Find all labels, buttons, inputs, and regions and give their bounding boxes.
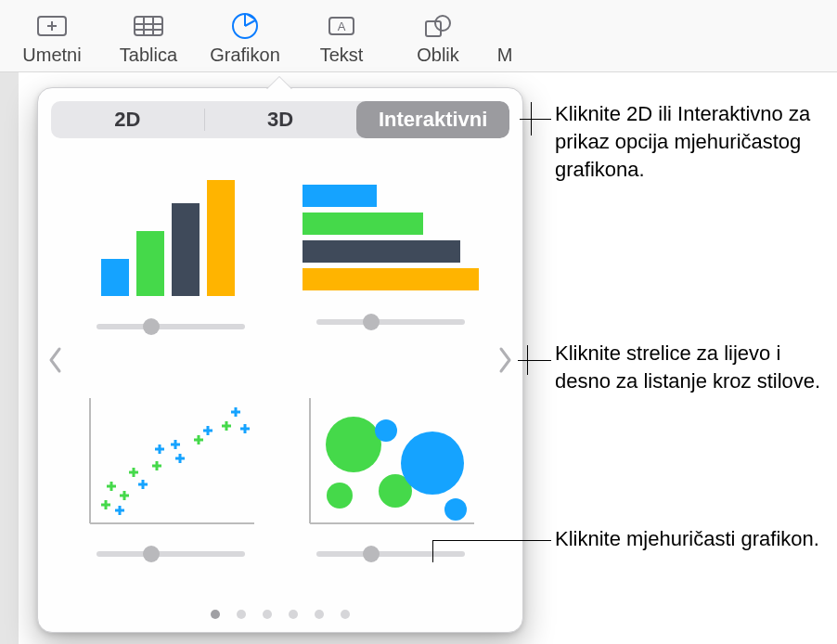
column-chart-icon xyxy=(92,175,250,305)
svg-rect-15 xyxy=(101,259,129,296)
toolbar-shape-button[interactable]: Oblik xyxy=(390,6,486,71)
callout-tick xyxy=(531,102,532,119)
toolbar-text-button[interactable]: A Tekst xyxy=(293,6,390,71)
callout-line xyxy=(432,540,551,541)
svg-rect-18 xyxy=(207,180,235,296)
shape-icon xyxy=(390,9,486,43)
page-dot[interactable] xyxy=(289,610,298,619)
callout-arrows: Kliknite strelice za lijevo i desno za l… xyxy=(555,340,833,395)
bubble-chart-icon xyxy=(303,393,479,533)
page-dot[interactable] xyxy=(315,610,324,619)
toolbar-table-label: Tablica xyxy=(100,45,197,66)
chart-option-scatter[interactable] xyxy=(83,393,259,562)
chevron-right-icon xyxy=(496,346,513,374)
svg-rect-17 xyxy=(172,203,200,296)
page-dot[interactable] xyxy=(341,610,350,619)
callout-line xyxy=(518,360,551,361)
page-dot[interactable] xyxy=(237,610,246,619)
document-margin xyxy=(0,72,19,644)
toolbar-table-button[interactable]: Tablica xyxy=(100,6,197,71)
tab-2d[interactable]: 2D xyxy=(51,101,204,138)
page-dot[interactable] xyxy=(211,610,220,619)
chart-type-segmented: 2D 3D Interaktivni xyxy=(51,101,509,138)
callout-tick xyxy=(531,119,532,135)
table-icon xyxy=(100,9,197,43)
svg-point-57 xyxy=(326,417,381,472)
callout-line xyxy=(432,540,433,562)
chart-slider[interactable] xyxy=(97,318,245,335)
chart-option-column[interactable] xyxy=(92,175,250,335)
popover-arrow xyxy=(266,77,292,90)
svg-text:A: A xyxy=(338,19,346,33)
tab-3d[interactable]: 3D xyxy=(204,101,357,138)
svg-point-14 xyxy=(435,16,450,31)
svg-point-62 xyxy=(444,498,467,521)
callout-segmented: Kliknite 2D ili Interaktivno za prikaz o… xyxy=(555,100,833,184)
page-dot[interactable] xyxy=(263,610,272,619)
svg-rect-3 xyxy=(135,17,162,35)
pie-chart-icon xyxy=(197,9,293,43)
chart-slider[interactable] xyxy=(97,546,245,562)
page-dots xyxy=(38,610,522,619)
toolbar-more-label: M xyxy=(486,45,523,66)
insert-icon xyxy=(4,9,100,43)
chart-popover: 2D 3D Interaktivni xyxy=(37,87,523,633)
svg-rect-21 xyxy=(303,240,460,263)
tab-interactive[interactable]: Interaktivni xyxy=(356,101,509,138)
toolbar-insert-label: Umetni xyxy=(4,45,100,66)
svg-rect-20 xyxy=(303,213,423,235)
svg-point-58 xyxy=(327,483,353,509)
more-icon xyxy=(486,9,523,43)
scatter-chart-icon xyxy=(83,393,259,533)
toolbar: Umetni Tablica Grafikon xyxy=(0,0,837,72)
svg-rect-19 xyxy=(303,185,377,207)
toolbar-insert-button[interactable]: Umetni xyxy=(4,6,100,71)
callout-tick xyxy=(527,345,528,375)
toolbar-shape-label: Oblik xyxy=(390,45,486,66)
callout-bubble: Kliknite mjehuričasti grafikon. xyxy=(555,525,833,553)
toolbar-text-label: Tekst xyxy=(293,45,390,66)
chart-slider[interactable] xyxy=(316,546,465,562)
toolbar-more-button[interactable]: M xyxy=(486,6,523,71)
page-prev-button[interactable] xyxy=(42,337,70,383)
callout-line xyxy=(520,119,551,120)
svg-point-61 xyxy=(401,431,464,495)
chart-option-bar[interactable] xyxy=(303,180,479,330)
bar-chart-icon xyxy=(303,180,479,301)
svg-rect-16 xyxy=(136,231,164,296)
svg-rect-22 xyxy=(303,268,479,290)
chart-option-bubble[interactable] xyxy=(303,393,479,562)
svg-point-60 xyxy=(375,419,397,442)
text-icon: A xyxy=(293,9,390,43)
toolbar-chart-button[interactable]: Grafikon xyxy=(197,6,293,71)
toolbar-chart-label: Grafikon xyxy=(197,45,293,66)
chevron-left-icon xyxy=(47,346,64,374)
svg-line-10 xyxy=(245,20,255,26)
page-next-button[interactable] xyxy=(491,337,519,383)
chart-slider[interactable] xyxy=(316,314,465,330)
chart-style-grid xyxy=(79,157,482,576)
